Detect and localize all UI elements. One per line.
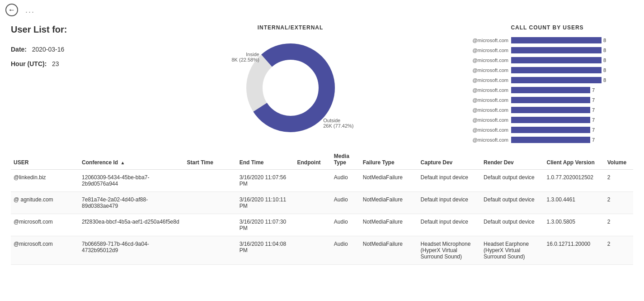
breadcrumb-ellipsis: ... — [25, 5, 35, 15]
table-cell: Audio — [331, 192, 360, 214]
bar-label: @microsoft.com — [461, 97, 511, 103]
table-row: @microsoft.com2f2830ea-bbcf-4b5a-aef1-d2… — [11, 214, 633, 236]
bar-fill — [511, 107, 590, 113]
bar-chart-scroll[interactable]: @microsoft.com8@microsoft.com8@microsoft… — [461, 36, 633, 145]
table-cell: 2 — [605, 214, 633, 236]
bar-chart-row: @microsoft.com7 — [461, 136, 633, 144]
bar-value: 8 — [603, 48, 606, 53]
bar-chart-row: @microsoft.com8 — [461, 46, 633, 54]
bar-value: 8 — [603, 38, 606, 43]
table-header-row: USER Conference Id ▲ Start Time End Time… — [11, 149, 633, 170]
table-cell: @microsoft.com — [11, 214, 79, 236]
bar-chart-row: @microsoft.com7 — [461, 106, 633, 114]
bar-fill — [511, 37, 602, 43]
bar-chart-row: @microsoft.com8 — [461, 56, 633, 64]
table-cell — [184, 214, 236, 236]
col-header-conference-id[interactable]: Conference Id ▲ — [79, 149, 184, 170]
bar-chart-row: @microsoft.com7 — [461, 86, 633, 94]
hour-value: 23 — [52, 60, 59, 67]
user-list-table: USER Conference Id ▲ Start Time End Time… — [11, 149, 633, 265]
bar-fill — [511, 77, 602, 83]
bar-fill — [511, 137, 590, 143]
col-header-failure-type: Failure Type — [360, 149, 418, 170]
date-label: Date: — [11, 46, 27, 53]
bar-container: 7 — [511, 117, 633, 123]
bar-container: 7 — [511, 107, 633, 113]
table-row: @microsoft.com7b066589-717b-46cd-9a04-47… — [11, 236, 633, 265]
bar-label: @microsoft.com — [461, 87, 511, 93]
bar-container: 7 — [511, 87, 633, 93]
bar-chart-row: @microsoft.com8 — [461, 36, 633, 44]
table-cell: 7e81a74e-2a02-4d40-af88-89d0383ae479 — [79, 192, 184, 214]
donut-inside-label: Inside 8K (22.58%) — [232, 52, 259, 62]
table-cell: NotMediaFailure — [360, 236, 418, 265]
table-cell — [184, 170, 236, 192]
col-header-render-dev: Render Dev — [481, 149, 544, 170]
bar-label: @microsoft.com — [461, 57, 511, 63]
table-cell: 2 — [605, 236, 633, 265]
hour-label: Hour (UTC): — [11, 60, 47, 67]
table-cell — [295, 192, 331, 214]
back-button[interactable]: ← — [5, 4, 18, 16]
bar-chart-row: @microsoft.com8 — [461, 66, 633, 74]
table-cell: 16.0.12711.20000 — [544, 236, 605, 265]
col-header-start-time: Start Time — [184, 149, 236, 170]
table-cell: Default output device — [481, 170, 544, 192]
bar-fill — [511, 117, 590, 123]
table-row: @ agnitude.com7e81a74e-2a02-4d40-af88-89… — [11, 192, 633, 214]
bar-label: @microsoft.com — [461, 127, 511, 133]
bar-value: 7 — [592, 87, 595, 93]
table-cell: Default input device — [418, 170, 481, 192]
table-cell: 3/16/2020 11:04:08 PM — [237, 236, 295, 265]
table-cell: Audio — [331, 214, 360, 236]
back-icon: ← — [8, 6, 15, 14]
table-cell: 2 — [605, 192, 633, 214]
bar-value: 8 — [603, 77, 606, 83]
bar-label: @microsoft.com — [461, 38, 511, 43]
table-cell: Default output device — [481, 192, 544, 214]
table-cell: 12060309-5434-45be-bba7-2b9d0576a944 — [79, 170, 184, 192]
table-cell: 3/16/2020 11:07:56 PM — [237, 170, 295, 192]
table-cell: Audio — [331, 170, 360, 192]
bar-chart-row: @microsoft.com7 — [461, 126, 633, 134]
bar-value: 7 — [592, 127, 595, 133]
table-cell: @linkedin.biz — [11, 170, 79, 192]
bar-value: 7 — [592, 137, 595, 143]
bar-container: 8 — [511, 67, 633, 73]
date-value: 2020-03-16 — [32, 46, 65, 53]
col-header-endpoint: Endpoint — [295, 149, 331, 170]
bar-container: 8 — [511, 77, 633, 83]
col-header-volume: Volume — [605, 149, 633, 170]
table-cell: 3/16/2020 11:10:11 PM — [237, 192, 295, 214]
table-cell: NotMediaFailure — [360, 170, 418, 192]
bar-container: 8 — [511, 37, 633, 43]
bar-fill — [511, 97, 590, 103]
table-cell — [295, 236, 331, 265]
bar-value: 7 — [592, 107, 595, 113]
sort-arrow-icon: ▲ — [120, 160, 125, 165]
bar-chart-row: @microsoft.com8 — [461, 76, 633, 84]
bar-container: 7 — [511, 97, 633, 103]
table-cell: Headset Earphone (HyperX Virtual Surroun… — [481, 236, 544, 265]
bar-label: @microsoft.com — [461, 107, 511, 113]
bar-container: 8 — [511, 57, 633, 63]
table-cell: Default input device — [418, 214, 481, 236]
bar-fill — [511, 87, 590, 93]
bar-container: 8 — [511, 47, 633, 53]
table-cell — [295, 214, 331, 236]
bar-value: 8 — [603, 67, 606, 73]
bar-value: 7 — [592, 117, 595, 123]
bar-chart-row: @microsoft.com7 — [461, 116, 633, 124]
table-cell: Default output device — [481, 214, 544, 236]
table-cell: Headset Microphone (HyperX Virtual Surro… — [418, 236, 481, 265]
donut-chart: Inside 8K (22.58%) Outside 26K (77.42%) — [241, 38, 340, 138]
bar-label: @microsoft.com — [461, 137, 511, 143]
table-cell: 2f2830ea-bbcf-4b5a-aef1-d250a46f5e8d — [79, 214, 184, 236]
table-section: USER Conference Id ▲ Start Time End Time… — [0, 149, 644, 265]
table-cell: 1.3.00.5805 — [544, 214, 605, 236]
col-header-end-time: End Time — [237, 149, 295, 170]
bar-fill — [511, 57, 602, 63]
bar-label: @microsoft.com — [461, 117, 511, 123]
bar-chart-row: @microsoft.com7 — [461, 96, 633, 104]
bar-fill — [511, 47, 602, 53]
